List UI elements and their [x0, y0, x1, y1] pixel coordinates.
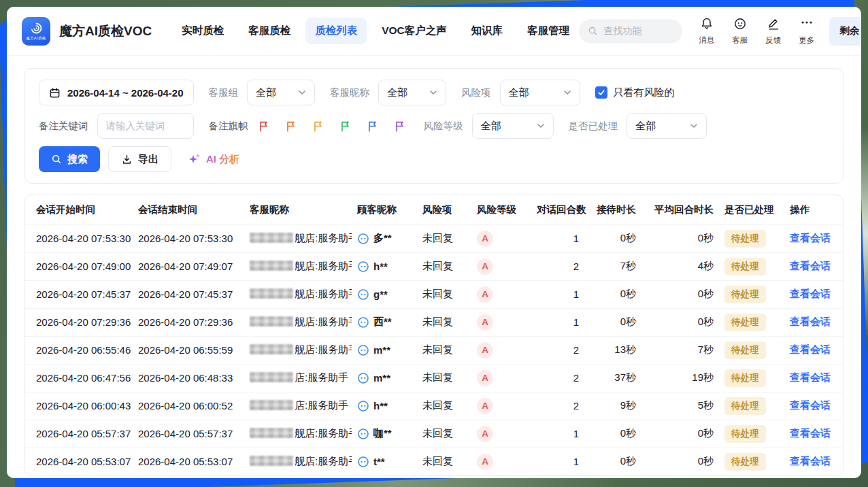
- util-消息[interactable]: 消息: [699, 17, 714, 46]
- date-range-value: 2026-04-14 ~ 2026-04-20: [67, 87, 184, 99]
- cell-avg-duration: 7秒: [641, 336, 719, 364]
- filter-panel: 2026-04-14 ~ 2026-04-20 客服组 全部 客服昵称 全部: [24, 68, 844, 184]
- customer-nickname: m**: [373, 344, 390, 356]
- cell-status: 待处理: [719, 308, 784, 336]
- risky-only-label[interactable]: 只看有风险的: [614, 86, 675, 99]
- util-客服[interactable]: 客服: [732, 17, 748, 46]
- cell-risk-item: 未回复: [417, 308, 471, 336]
- global-search-input[interactable]: 查找功能: [579, 19, 682, 44]
- agent-nickname-suffix: 店:服务助手: [295, 399, 348, 411]
- cell-avg-duration: 5秒: [641, 392, 719, 420]
- nav-item-tab[interactable]: 知识库: [462, 18, 513, 44]
- view-conversation-link[interactable]: 查看会话: [790, 316, 831, 327]
- agent-nickname-select[interactable]: 全部: [378, 80, 446, 105]
- date-range-picker[interactable]: 2026-04-14 ~ 2026-04-20: [39, 80, 194, 105]
- cell-duration: 9秒: [584, 392, 641, 420]
- cell-customer-nickname: m**: [352, 364, 417, 392]
- risk-level-select[interactable]: 全部: [472, 113, 554, 139]
- cell-agent-nickname: 舰店:服务助手: [244, 448, 352, 475]
- remark-flag-group: [257, 120, 406, 133]
- primary-nav: 实时质检客服质检质检列表VOC客户之声知识库客服管理: [172, 18, 579, 44]
- cell-risk-level: A: [471, 252, 531, 280]
- ai-analyze-button[interactable]: AI 分析: [188, 152, 239, 166]
- cell-session-start: 2026-04-20 07:49:00: [25, 252, 133, 280]
- flag-icon[interactable]: [312, 120, 324, 133]
- cell-status: 待处理: [719, 448, 784, 475]
- logo-swirl-icon: [29, 21, 44, 35]
- view-conversation-link[interactable]: 查看会话: [790, 288, 831, 299]
- cell-session-start: 2026-04-20 07:53:30: [25, 224, 133, 252]
- cell-session-start: 2026-04-20 05:53:07: [25, 448, 133, 475]
- export-button[interactable]: 导出: [108, 146, 171, 172]
- view-conversation-link[interactable]: 查看会话: [790, 399, 831, 411]
- table-row: 2026-04-20 05:53:07 2026-04-20 05:53:07 …: [25, 448, 843, 475]
- flag-icon[interactable]: [257, 120, 270, 133]
- status-badge: 待处理: [724, 286, 766, 303]
- cell-risk-item: 未回复: [417, 224, 471, 252]
- view-conversation-link[interactable]: 查看会话: [790, 343, 831, 355]
- nav-item-tab[interactable]: 实时质检: [172, 18, 233, 44]
- agent-nickname-suffix: 舰店:服务助手: [295, 427, 352, 439]
- cell-action: 查看会话: [784, 336, 843, 364]
- cell-duration: 0秒: [584, 308, 641, 336]
- table-row: 2026-04-20 06:55:46 2026-04-20 06:55:59 …: [25, 336, 843, 364]
- flag-icon[interactable]: [284, 120, 297, 133]
- cell-customer-nickname: m**: [352, 336, 417, 364]
- column-header: 操作: [784, 195, 843, 224]
- cell-status: 待处理: [719, 224, 784, 252]
- app-logo[interactable]: 魔方AI质检: [22, 17, 50, 46]
- status-badge: 待处理: [724, 369, 766, 387]
- nav-item-tab[interactable]: 客服质检: [239, 18, 300, 44]
- view-conversation-link[interactable]: 查看会话: [790, 260, 831, 271]
- session-table-card: 会话开始时间会话结束时间客服昵称顾客昵称风险项风险等级对话回合数接待时长平均回合…: [24, 195, 844, 476]
- risk-level-badge: A: [477, 426, 493, 442]
- cell-action: 查看会话: [784, 280, 843, 308]
- logo-text: 魔方AI质检: [27, 36, 46, 41]
- risky-only-checkbox[interactable]: [595, 86, 607, 99]
- risk-level-badge: A: [477, 342, 493, 358]
- nav-item-tab[interactable]: VOC客户之声: [372, 18, 456, 44]
- flag-icon[interactable]: [393, 120, 406, 133]
- cell-agent-nickname: 舰店:服务助手: [244, 224, 352, 252]
- view-conversation-link[interactable]: 查看会话: [790, 455, 831, 467]
- nav-item-tab[interactable]: 客服管理: [518, 18, 579, 44]
- cell-customer-nickname: h**: [352, 392, 417, 420]
- risk-level-badge: A: [477, 370, 493, 386]
- agent-group-select[interactable]: 全部: [247, 80, 315, 105]
- flag-icon[interactable]: [366, 120, 379, 133]
- view-conversation-link[interactable]: 查看会话: [790, 427, 831, 439]
- cell-session-start: 2026-04-20 07:45:37: [25, 280, 133, 308]
- chevron-down-icon: [537, 122, 545, 130]
- table-header-row: 会话开始时间会话结束时间客服昵称顾客昵称风险项风险等级对话回合数接待时长平均回合…: [25, 195, 843, 224]
- agent-nickname-label: 客服昵称: [330, 86, 369, 99]
- remark-keyword-input[interactable]: [97, 113, 194, 139]
- view-conversation-link[interactable]: 查看会话: [790, 371, 831, 383]
- cell-session-end: 2026-04-20 06:48:33: [133, 364, 244, 392]
- view-conversation-link[interactable]: 查看会话: [790, 232, 831, 244]
- customer-nickname: h**: [373, 261, 388, 272]
- util-更多[interactable]: 更多: [799, 17, 814, 46]
- status-badge: 待处理: [724, 314, 766, 331]
- processed-select[interactable]: 全部: [627, 113, 707, 139]
- cell-risk-level: A: [471, 392, 531, 420]
- export-button-label: 导出: [138, 153, 158, 166]
- agent-nickname-suffix: 舰店:服务助手: [295, 260, 352, 271]
- column-header: 对话回合数: [531, 195, 584, 224]
- search-button[interactable]: 搜索: [39, 146, 100, 172]
- column-header: 风险项: [417, 195, 471, 224]
- cell-avg-duration: 0秒: [641, 280, 719, 308]
- util-label: 更多: [799, 35, 814, 46]
- risk-item-select[interactable]: 全部: [500, 80, 580, 105]
- cell-status: 待处理: [719, 336, 784, 364]
- cell-risk-item: 未回复: [417, 336, 471, 364]
- cell-session-end: 2026-04-20 07:53:30: [133, 224, 244, 252]
- cell-duration: 0秒: [584, 448, 641, 475]
- nav-item-active[interactable]: 质检列表: [305, 18, 367, 44]
- cell-duration: 0秒: [584, 280, 641, 308]
- agent-nickname-suffix: 店:服务助手: [295, 371, 348, 383]
- redacted-store-name: [250, 261, 293, 271]
- column-header: 客服昵称: [244, 195, 352, 224]
- cell-session-start: 2026-04-20 06:55:46: [25, 336, 133, 364]
- util-反馈[interactable]: 反馈: [765, 17, 781, 46]
- flag-icon[interactable]: [339, 120, 352, 133]
